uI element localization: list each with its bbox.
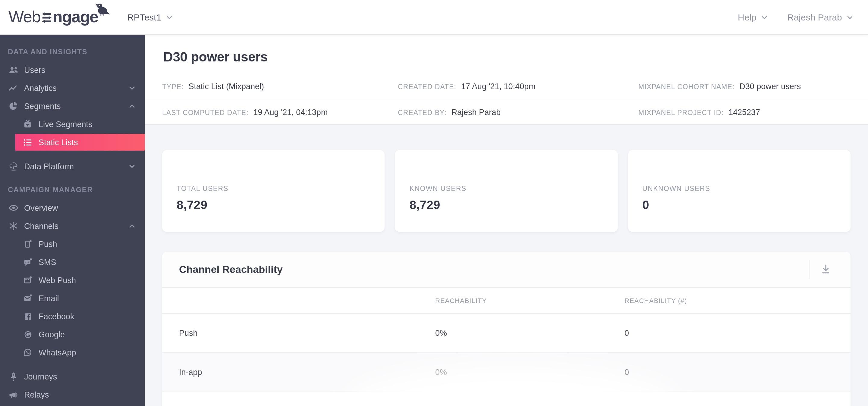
meta-label: CREATED BY: bbox=[398, 109, 446, 116]
meta-value: 17 Aug '21, 10:40pm bbox=[461, 81, 535, 91]
logo-text-web: Web bbox=[8, 9, 40, 25]
top-navigation-bar: Web ngage RPTest1 bbox=[0, 0, 868, 34]
table-header-row: REACHABILITY REACHABILITY (#) bbox=[162, 288, 850, 314]
stat-card-known-users: KNOWN USERS 8,729 bbox=[395, 150, 618, 232]
eye-icon bbox=[7, 202, 19, 214]
meta-label: CREATED DATE: bbox=[398, 83, 456, 90]
project-selector[interactable]: RPTest1 bbox=[127, 0, 173, 34]
meta-mixpanel-cohort-name: MIXPANEL COHORT NAME:D30 power users bbox=[638, 80, 850, 91]
meta-label: TYPE: bbox=[162, 83, 184, 90]
sidebar-section-data-and-insights: DATA AND INSIGHTS bbox=[8, 46, 145, 58]
download-icon bbox=[819, 263, 832, 276]
sidebar-item-analytics[interactable]: Analytics bbox=[0, 79, 145, 97]
table-row-push: Push 0% 0 bbox=[162, 314, 850, 353]
column-header-reachability: REACHABILITY bbox=[435, 297, 487, 304]
meta-mixpanel-project-id: MIXPANEL PROJECT ID:1425237 bbox=[638, 107, 850, 117]
facebook-icon bbox=[22, 310, 34, 322]
chevron-down-icon bbox=[761, 13, 768, 21]
meta-label: MIXPANEL PROJECT ID: bbox=[638, 109, 724, 116]
table-row-in-app: In-app 0% 0 bbox=[162, 353, 850, 392]
meta-created-date: CREATED DATE:17 Aug '21, 10:40pm bbox=[398, 80, 638, 91]
webengage-logo[interactable]: Web ngage bbox=[8, 0, 110, 34]
push-phone-icon bbox=[22, 238, 34, 250]
sidebar-item-journeys[interactable]: Journeys bbox=[0, 367, 145, 385]
sidebar-item-label: Analytics bbox=[24, 83, 57, 93]
meta-value: 1425237 bbox=[728, 108, 760, 117]
metadata-row-2: LAST COMPUTED DATE:19 Aug '21, 04:13pm C… bbox=[145, 99, 868, 125]
meta-label: LAST COMPUTED DATE: bbox=[162, 109, 249, 116]
stat-card-value: 8,729 bbox=[177, 198, 370, 212]
sms-chat-icon bbox=[22, 256, 34, 268]
static-lists-icon bbox=[22, 136, 34, 148]
divider bbox=[809, 260, 810, 279]
data-platform-cloud-icon bbox=[7, 160, 19, 172]
sidebar-item-segments[interactable]: Segments bbox=[0, 97, 145, 115]
sidebar-item-label: Overview bbox=[24, 203, 58, 212]
google-icon bbox=[22, 328, 34, 340]
logo-bird-icon bbox=[95, 2, 110, 16]
panel-title: Channel Reachability bbox=[179, 264, 283, 276]
sidebar-item-sms[interactable]: SMS bbox=[0, 253, 145, 271]
stat-card-value: 0 bbox=[642, 198, 836, 212]
chevron-up-icon bbox=[128, 102, 135, 110]
help-menu[interactable]: Help bbox=[738, 0, 768, 34]
meta-value: Static List (Mixpanel) bbox=[188, 81, 264, 91]
meta-label: MIXPANEL COHORT NAME: bbox=[638, 83, 735, 90]
download-button[interactable] bbox=[818, 262, 834, 277]
meta-last-computed-date: LAST COMPUTED DATE:19 Aug '21, 04:13pm bbox=[162, 107, 398, 117]
channels-hub-icon bbox=[7, 220, 19, 232]
page-header: D30 power users TYPE:Static List (Mixpan… bbox=[145, 34, 868, 125]
users-icon bbox=[7, 64, 19, 76]
sidebar-item-data-platform[interactable]: Data Platform bbox=[0, 157, 145, 175]
sidebar-item-users[interactable]: Users bbox=[0, 61, 145, 79]
meta-value: D30 power users bbox=[739, 81, 801, 91]
main-content: D30 power users TYPE:Static List (Mixpan… bbox=[145, 34, 868, 406]
sidebar-item-overview[interactable]: Overview bbox=[0, 199, 145, 217]
page-title: D30 power users bbox=[163, 49, 268, 65]
logo-arrows-e-icon bbox=[41, 12, 52, 24]
panel-header: Channel Reachability bbox=[162, 252, 850, 288]
live-segments-icon bbox=[22, 118, 34, 130]
sidebar-item-label: Channels bbox=[24, 222, 59, 230]
chevron-down-icon bbox=[128, 163, 135, 170]
sidebar-item-whatsapp[interactable]: WhatsApp bbox=[0, 343, 145, 362]
cell-channel: Push bbox=[179, 329, 198, 338]
stat-card-label: KNOWN USERS bbox=[410, 184, 603, 192]
sidebar-item-static-lists[interactable]: Static Lists bbox=[15, 134, 145, 150]
segments-pie-icon bbox=[7, 100, 19, 112]
sidebar-item-label: Live Segments bbox=[38, 120, 93, 129]
stat-cards: TOTAL USERS 8,729 KNOWN USERS 8,729 UNKN… bbox=[162, 150, 850, 232]
user-menu[interactable]: Rajesh Parab bbox=[787, 0, 854, 34]
user-name: Rajesh Parab bbox=[787, 12, 842, 22]
logo-text-ngage: ngage bbox=[53, 9, 98, 25]
sidebar-item-channels[interactable]: Channels bbox=[0, 217, 145, 235]
sidebar-navigation: DATA AND INSIGHTS Users Analytics Segmen… bbox=[0, 34, 145, 406]
sidebar-item-web-push[interactable]: Web Push bbox=[0, 271, 145, 289]
analytics-icon bbox=[7, 82, 19, 94]
cell-reachability: 0% bbox=[435, 368, 447, 377]
sidebar-item-label: Static Lists bbox=[38, 138, 78, 147]
sidebar-item-label: Data Platform bbox=[24, 162, 74, 171]
sidebar-item-label: Google bbox=[38, 330, 65, 339]
sidebar-item-live-segments[interactable]: Live Segments bbox=[0, 115, 145, 133]
column-header-reachability-count: REACHABILITY (#) bbox=[624, 297, 687, 304]
sidebar-item-label: Segments bbox=[24, 102, 61, 110]
sidebar-item-email[interactable]: Email bbox=[0, 289, 145, 307]
cell-reachability: 0% bbox=[435, 329, 447, 338]
stat-card-value: 8,729 bbox=[410, 198, 603, 212]
metadata-row-1: TYPE:Static List (Mixpanel) CREATED DATE… bbox=[145, 73, 868, 99]
sidebar-item-label: Users bbox=[24, 65, 45, 74]
webengage-dashboard: Web ngage RPTest1 bbox=[0, 0, 868, 406]
sidebar-item-label: Email bbox=[38, 294, 59, 303]
meta-value: Rajesh Parab bbox=[452, 108, 501, 117]
sidebar-item-facebook[interactable]: Facebook bbox=[0, 307, 145, 325]
sidebar-item-push[interactable]: Push bbox=[0, 235, 145, 253]
channel-reachability-panel: Channel Reachability REACHABILITY REACHA… bbox=[162, 252, 850, 406]
chevron-up-icon bbox=[128, 222, 135, 230]
sidebar-item-relays[interactable]: Relays bbox=[0, 385, 145, 404]
meta-value: 19 Aug '21, 04:13pm bbox=[253, 108, 328, 117]
meta-type: TYPE:Static List (Mixpanel) bbox=[162, 80, 398, 91]
email-envelope-icon bbox=[22, 292, 34, 304]
chevron-down-icon bbox=[165, 13, 173, 21]
sidebar-item-google[interactable]: Google bbox=[0, 325, 145, 343]
